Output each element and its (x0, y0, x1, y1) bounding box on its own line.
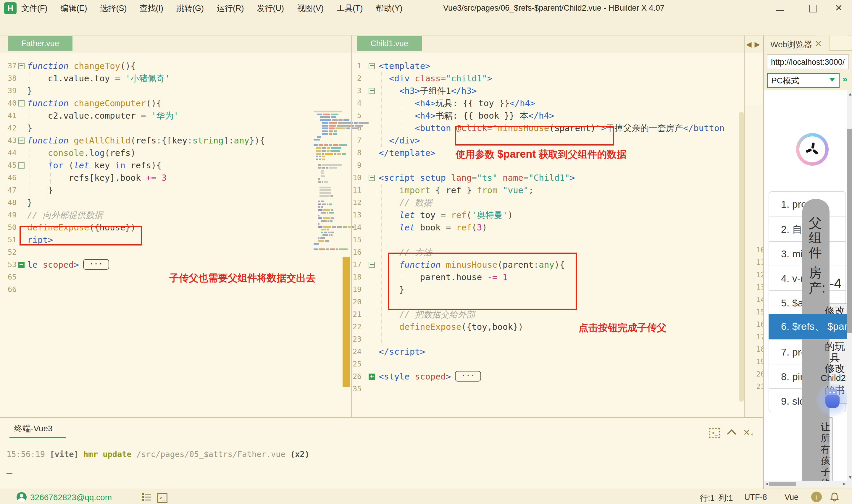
web-tab-close-icon[interactable]: ✕ (815, 38, 822, 49)
web-browser-tab[interactable]: Web浏览器 (771, 39, 812, 50)
tab-scroll-arrows[interactable]: ◀▶ (746, 40, 763, 49)
code-line[interactable]: 24</script> (352, 345, 738, 358)
code-line[interactable]: 1<template> (352, 60, 738, 72)
folded-code-icon[interactable]: ··· (83, 259, 109, 270)
code-line[interactable]: 12 // 数据 (352, 196, 738, 209)
code-line[interactable]: 48} (0, 196, 351, 209)
menu-item[interactable]: 视图(V) (297, 3, 324, 14)
nav-item-active[interactable]: 6. $refs、 $parent (768, 314, 852, 339)
menu-item[interactable]: 编辑(E) (60, 3, 87, 14)
status-item[interactable]: Vue (784, 493, 798, 502)
user-avatar-icon[interactable] (17, 492, 26, 502)
menu-item[interactable]: 运行(R) (217, 3, 244, 14)
outline-icon[interactable] (142, 493, 151, 501)
code-line[interactable]: 40function changeComputer(){ (0, 97, 351, 109)
account-email[interactable]: 3266762823@qq.com (30, 493, 112, 502)
device-mode-select[interactable]: PC模式 (767, 73, 839, 88)
code-line[interactable]: 15 (352, 234, 738, 246)
code-line[interactable]: 2 <div class="child1"> (352, 72, 738, 85)
chevron-down-icon[interactable] (830, 78, 835, 82)
status-item[interactable]: 列:1 (718, 493, 733, 503)
code-line[interactable]: 25 (352, 358, 738, 370)
code-line[interactable]: 21 // 把数据交给外部 (352, 308, 738, 321)
editor-child1-vue[interactable]: 1<template>2 <div class="child1">3 <h3>子… (352, 53, 738, 417)
code-line[interactable]: 49// 向外部提供数据 (0, 209, 351, 221)
fold-collapse-icon[interactable] (18, 138, 24, 144)
code-line[interactable]: 10<script setup lang="ts" name="Child1"> (352, 172, 738, 184)
code-line[interactable]: 37function changeToy(){ (0, 60, 351, 72)
fold-collapse-icon[interactable] (368, 63, 375, 69)
code-line[interactable]: 4 <h4>玩具: {{ toy }}</h4> (352, 97, 738, 109)
code-line[interactable]: 3 <h3>子组件1</h3> (352, 85, 738, 97)
collapse-panel-icon[interactable] (727, 429, 736, 438)
more-chevrons-icon[interactable]: » (842, 74, 848, 84)
preview-hscroll-thumb[interactable] (769, 482, 796, 486)
maximize-icon[interactable] (810, 5, 817, 13)
fold-expand-icon[interactable] (368, 374, 375, 380)
code-line[interactable]: 5 <h4>书籍: {{ book }} 本</h4> (352, 109, 738, 122)
menu-item[interactable]: 文件(F) (21, 3, 47, 14)
fold-collapse-icon[interactable] (18, 100, 24, 107)
url-input[interactable]: http://localhost:3000/ (767, 54, 849, 69)
fold-expand-icon[interactable] (18, 262, 24, 268)
close-icon[interactable]: ✕ (835, 2, 843, 14)
right-editor-scrollbar-thumb[interactable] (739, 112, 744, 402)
usb-widget-body[interactable] (826, 395, 839, 408)
minimize-icon[interactable] (776, 10, 784, 11)
tab-child1-vue[interactable]: Child1.vue (357, 36, 422, 51)
preview-vscroll-thumb[interactable] (847, 129, 852, 333)
code-line[interactable]: 42} (0, 122, 351, 134)
scroll-down-icon[interactable]: ▼ (848, 475, 852, 480)
menu-item[interactable]: 跳转(G) (176, 3, 204, 14)
menu-item[interactable]: 发行(U) (257, 3, 284, 14)
fold-collapse-icon[interactable] (368, 175, 375, 181)
menu-item[interactable]: 选择(S) (100, 3, 127, 14)
code-line[interactable]: 35 (352, 383, 738, 395)
code-line[interactable]: 39} (0, 85, 351, 97)
code-line[interactable]: 38 c1.value.toy = '小猪佩奇' (0, 72, 351, 85)
terminal-toggle-icon[interactable]: >_ (157, 493, 167, 503)
line-number: 43 (0, 134, 17, 147)
fold-collapse-icon[interactable] (368, 88, 375, 94)
minimap-row (320, 192, 331, 194)
terminal-tab[interactable]: 终端-Vue3 (14, 423, 53, 434)
clear-terminal-icon[interactable]: ✕↓ (743, 428, 754, 437)
code-line[interactable]: 46 refs[key].book += 3 (0, 172, 351, 184)
collapsed-editor-strip[interactable]: 101112131415161718192021 (745, 105, 763, 470)
code-line[interactable]: 26<style scoped>··· (352, 370, 738, 383)
scroll-left-icon[interactable]: ◄ (764, 481, 769, 487)
fold-collapse-icon[interactable] (368, 262, 375, 268)
left-editor-scrollbar-thumb[interactable] (343, 257, 350, 387)
menu-item[interactable]: 查找(I) (140, 3, 163, 14)
scroll-up-icon[interactable]: ▲ (848, 91, 852, 97)
code-line[interactable]: 47 } (0, 184, 351, 196)
status-item[interactable]: 行:1 (700, 493, 715, 503)
code-line[interactable]: 45 for (let key in refs){ (0, 159, 351, 172)
code-line[interactable]: 41 c2.value.computer = '华为' (0, 109, 351, 122)
folded-code-icon[interactable]: ··· (455, 371, 481, 381)
usb-widget-icon[interactable] (828, 389, 837, 396)
code-line[interactable]: 44 console.log(refs) (0, 147, 351, 159)
fold-collapse-icon[interactable] (18, 162, 24, 168)
code-line[interactable]: 52 (0, 246, 351, 258)
update-download-icon[interactable]: ↓ (811, 491, 822, 502)
menu-item[interactable]: 工具(T) (337, 3, 363, 14)
code-line[interactable]: 43function getAllChild(refs:{[key:string… (0, 134, 351, 147)
status-item[interactable]: UTF-8 (744, 493, 767, 502)
code-line[interactable]: 23 (352, 333, 738, 345)
code-line[interactable]: 11 import { ref } from "vue"; (352, 184, 738, 196)
code-line[interactable]: 14 let book = ref(3) (352, 221, 738, 234)
fold-collapse-icon[interactable] (18, 63, 24, 69)
new-terminal-icon[interactable]: >_ (709, 428, 720, 438)
code-line[interactable]: 13 let toy = ref('奥特曼') (352, 209, 738, 221)
strip-line-number: 11 (756, 256, 763, 269)
scroll-right-icon[interactable]: ► (842, 481, 847, 487)
code-line[interactable]: 22 defineExpose({toy,book}) (352, 321, 738, 333)
code-line[interactable]: 53le scoped>··· (0, 258, 351, 271)
code-line[interactable]: 66 (0, 283, 351, 296)
menu-item[interactable]: 帮助(Y) (376, 3, 402, 14)
tab-father-vue[interactable]: Father.vue (8, 36, 72, 51)
editor-split-divider[interactable] (351, 36, 352, 417)
minimap[interactable] (312, 111, 342, 288)
notification-bell-icon[interactable] (830, 492, 839, 502)
